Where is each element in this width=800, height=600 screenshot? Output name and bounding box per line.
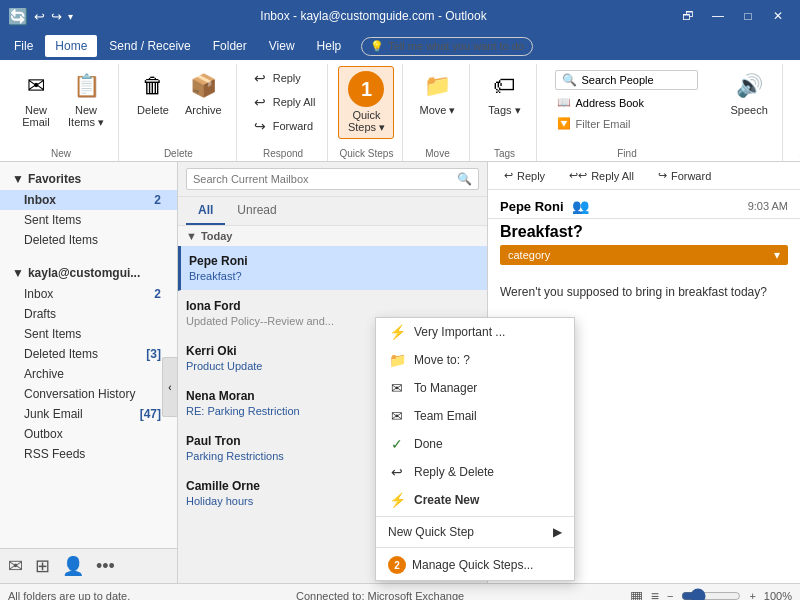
reading-toolbar: ↩ Reply ↩↩ Reply All ↪ Forward <box>488 162 800 190</box>
account-header[interactable]: ▼ kayla@customgui... <box>0 262 177 284</box>
dropdown-done[interactable]: ✓ Done <box>376 430 574 458</box>
sidebar-item-sent[interactable]: Sent Items <box>0 324 177 344</box>
deleted-badge: [3] <box>146 347 161 361</box>
move-button[interactable]: 📁 Move ▾ <box>413 66 461 121</box>
close-btn[interactable]: ✕ <box>764 2 792 30</box>
dropdown-very-important[interactable]: ⚡ Very Important ... <box>376 318 574 346</box>
reading-reply-all-btn[interactable]: ↩↩ Reply All <box>561 166 642 185</box>
new-items-button[interactable]: 📋 NewItems ▾ <box>62 66 110 133</box>
title-bar-left: 🔄 ↩ ↩ ▾ <box>8 7 73 26</box>
ribbon-group-find: 🔍 📖 Address Book 🔽 Filter Email Find <box>539 64 714 161</box>
reply-button[interactable]: ↩ Reply <box>247 68 320 88</box>
mail-search-input[interactable] <box>193 173 457 185</box>
deleted-favorites-label: Deleted Items <box>24 233 98 247</box>
zoom-level: 100% <box>764 590 792 601</box>
sidebar-item-drafts[interactable]: Drafts <box>0 304 177 324</box>
archive-button[interactable]: 📦 Archive <box>179 66 228 120</box>
undo-btn[interactable]: ↩ <box>34 9 45 24</box>
to-manager-icon: ✉ <box>388 380 406 396</box>
sidebar-item-archive[interactable]: Archive <box>0 364 177 384</box>
dropdown-new-quick-step[interactable]: New Quick Step ▶ <box>376 519 574 545</box>
favorites-header[interactable]: ▼ Favorites <box>0 168 177 190</box>
sidebar-item-outbox[interactable]: Outbox <box>0 424 177 444</box>
delete-label: Delete <box>137 104 169 116</box>
sidebar-item-inbox-favorites[interactable]: Inbox 2 <box>0 190 177 210</box>
new-email-button[interactable]: ✉ NewEmail <box>12 66 60 132</box>
dropdown-to-manager[interactable]: ✉ To Manager <box>376 374 574 402</box>
restore-btn[interactable]: 🗗 <box>674 2 702 30</box>
speech-button[interactable]: 🔊 Speech <box>724 66 773 120</box>
reply-all-button[interactable]: ↩ Reply All <box>247 92 320 112</box>
reading-forward-btn[interactable]: ↪ Forward <box>650 166 719 185</box>
delete-button[interactable]: 🗑 Delete <box>129 66 177 120</box>
dropdown-reply-delete[interactable]: ↩ Reply & Delete <box>376 458 574 486</box>
dropdown-manage-quick-steps[interactable]: 2 Manage Quick Steps... <box>376 550 574 580</box>
sidebar-item-deleted-favorites[interactable]: Deleted Items <box>0 230 177 250</box>
quick-access-arrow[interactable]: ▾ <box>68 11 73 22</box>
window-title: Inbox - kayla@customguide.com - Outlook <box>260 9 486 23</box>
tags-button[interactable]: 🏷 Tags ▾ <box>480 66 528 121</box>
tab-all[interactable]: All <box>186 197 225 225</box>
mail-search-box[interactable]: 🔍 <box>186 168 479 190</box>
sidebar-item-conversation[interactable]: Conversation History <box>0 384 177 404</box>
filter-email-button[interactable]: 🔽 Filter Email <box>555 115 698 132</box>
quick-steps-button[interactable]: 1 QuickSteps ▾ <box>338 66 394 139</box>
view-icon-2[interactable]: ≡ <box>651 588 659 601</box>
menu-file[interactable]: File <box>4 35 43 57</box>
sidebar-item-deleted[interactable]: Deleted Items [3] <box>0 344 177 364</box>
reply-all-label: Reply All <box>273 96 316 108</box>
tell-me-box[interactable]: 💡 Tell me what you want to do <box>361 37 533 56</box>
date-collapse-icon: ▼ <box>186 230 197 242</box>
reading-body-text: Weren't you supposed to bring in breakfa… <box>500 285 767 299</box>
more-nav-icon[interactable]: ••• <box>96 556 115 577</box>
favorites-section: ▼ Favorites Inbox 2 Sent Items Deleted I… <box>0 162 177 256</box>
menu-send-receive[interactable]: Send / Receive <box>99 35 200 57</box>
contacts-nav-icon[interactable]: 👤 <box>62 555 84 577</box>
create-new-icon: ⚡ <box>388 492 406 508</box>
zoom-minus[interactable]: − <box>667 590 673 601</box>
menu-view[interactable]: View <box>259 35 305 57</box>
sidebar-item-rss[interactable]: RSS Feeds <box>0 444 177 464</box>
dropdown-team-email[interactable]: ✉ Team Email <box>376 402 574 430</box>
very-important-icon: ⚡ <box>388 324 406 340</box>
reading-time: 9:03 AM <box>748 200 788 212</box>
menu-home[interactable]: Home <box>45 35 97 57</box>
address-book-button[interactable]: 📖 Address Book <box>555 94 698 111</box>
zoom-plus[interactable]: + <box>749 590 755 601</box>
quick-steps-label: QuickSteps ▾ <box>348 109 385 134</box>
search-people-input[interactable] <box>581 74 691 86</box>
sidebar-collapse-button[interactable]: ‹ <box>162 357 178 417</box>
zoom-slider[interactable] <box>681 588 741 601</box>
tags-label: Tags ▾ <box>488 104 520 117</box>
reading-reply-btn[interactable]: ↩ Reply <box>496 166 553 185</box>
move-to-icon: 📁 <box>388 352 406 368</box>
mail-item-pepe[interactable]: Pepe Roni Breakfast? <box>178 246 487 291</box>
sidebar-item-inbox[interactable]: Inbox 2 <box>0 284 177 304</box>
redo-btn[interactable]: ↩ <box>51 9 62 24</box>
done-icon: ✓ <box>388 436 406 452</box>
menu-help[interactable]: Help <box>307 35 352 57</box>
dropdown-create-new[interactable]: ⚡ Create New <box>376 486 574 514</box>
reading-meta: Pepe Roni 👥 9:03 AM <box>488 190 800 219</box>
tab-unread[interactable]: Unread <box>225 197 288 225</box>
search-people-box[interactable]: 🔍 <box>555 70 698 90</box>
menu-folder[interactable]: Folder <box>203 35 257 57</box>
inbox-favorites-label: Inbox <box>24 193 56 207</box>
new-email-icon: ✉ <box>20 70 52 102</box>
mail-nav-icon[interactable]: ✉ <box>8 555 23 577</box>
sidebar-item-sent-favorites[interactable]: Sent Items <box>0 210 177 230</box>
view-icon-1[interactable]: ▦ <box>630 588 643 601</box>
maximize-btn[interactable]: □ <box>734 2 762 30</box>
drafts-label: Drafts <box>24 307 56 321</box>
dropdown-move-to[interactable]: 📁 Move to: ? <box>376 346 574 374</box>
mail-sender-camille: Camille Orne <box>186 479 260 493</box>
category-expand-icon[interactable]: ▾ <box>774 248 780 262</box>
dropdown-separator-1 <box>376 516 574 517</box>
calendar-nav-icon[interactable]: ⊞ <box>35 555 50 577</box>
favorites-collapse-icon: ▼ <box>12 172 24 186</box>
minimize-btn[interactable]: — <box>704 2 732 30</box>
sidebar-item-junk[interactable]: Junk Email [47] <box>0 404 177 424</box>
junk-label: Junk Email <box>24 407 83 421</box>
get-addins-button[interactable]: ➕ Get Add-ins <box>793 66 800 144</box>
forward-button[interactable]: ↪ Forward <box>247 116 320 136</box>
